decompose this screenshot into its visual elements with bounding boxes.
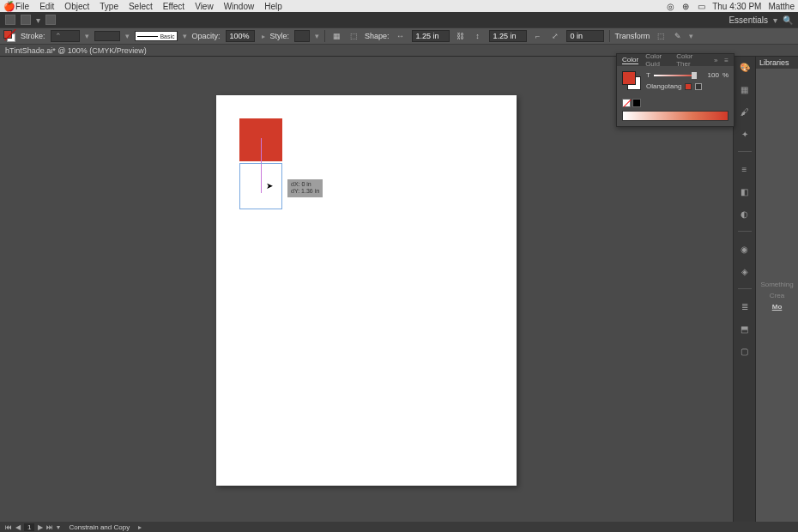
tint-value-field[interactable]: 100 — [700, 71, 719, 79]
transform-label[interactable]: Transform — [615, 32, 650, 40]
swatches-panel-icon[interactable]: ▦ — [738, 82, 752, 96]
first-artboard-button[interactable]: ⏮ — [5, 523, 12, 531]
libraries-tab[interactable]: Libraries — [756, 57, 798, 69]
tint-slider[interactable] — [654, 75, 697, 76]
workspace-label[interactable]: Essentials — [728, 15, 768, 25]
libraries-msg-1: Something — [760, 281, 793, 288]
workspace-dropdown-icon[interactable]: ▾ — [773, 15, 777, 25]
appearance-panel-icon[interactable]: ◉ — [738, 242, 752, 256]
app-home-icon[interactable] — [5, 15, 15, 25]
opacity-field[interactable]: 100% — [226, 30, 255, 42]
menu-effect[interactable]: Effect — [163, 2, 184, 11]
menu-object[interactable]: Object — [64, 2, 89, 11]
none-swatch[interactable] — [622, 99, 631, 107]
smart-guide-tooltip: dX: 0 in dY: 1.36 in — [287, 179, 323, 197]
stroke-label: Stroke: — [21, 32, 45, 40]
panel-collapse-icon[interactable]: » — [714, 57, 717, 64]
menu-type[interactable]: Type — [100, 2, 118, 11]
shape-label: Shape: — [365, 32, 390, 40]
global-swatch-icon — [685, 83, 692, 90]
color-themes-tab[interactable]: Color Ther — [676, 52, 700, 68]
artboards-panel-icon[interactable]: ▢ — [738, 344, 752, 358]
libraries-more-link[interactable]: Mo — [772, 303, 783, 311]
color-swatch-name: Olangotang — [646, 82, 681, 90]
tint-label: T — [646, 71, 650, 79]
variable-width-profile[interactable] — [94, 31, 120, 41]
arrange-dropdown[interactable]: ▾ — [36, 15, 40, 25]
color-fill-stroke-proxy[interactable] — [622, 71, 641, 90]
stroke-weight-field[interactable]: ⌃ — [51, 30, 80, 42]
color-panel: Color Color Guid Color Ther » ≡ T 100 % … — [616, 53, 735, 127]
search-icon[interactable]: 🔍 — [783, 15, 793, 25]
vw-dropdown[interactable]: ▾ — [125, 32, 130, 40]
panel-dock: 🎨 ▦ 🖌 ✦ ≡ ◧ ◐ ◉ ◈ ≣ ⬒ ▢ — [733, 57, 755, 522]
color-panel-icon[interactable]: 🎨 — [738, 60, 752, 74]
libraries-msg-2: Crea — [770, 292, 784, 299]
shape-width-field[interactable]: 1.25 in — [412, 30, 450, 42]
align-icon[interactable]: ▦ — [330, 30, 342, 42]
bridge-icon[interactable] — [45, 15, 56, 25]
document-tab[interactable]: hTintShade.ai* @ 100% (CMYK/Preview) — [5, 46, 147, 55]
artboard-number-field[interactable]: 1 — [24, 523, 34, 531]
color-tab[interactable]: Color — [622, 56, 638, 64]
brushes-panel-icon[interactable]: 🖌 — [738, 105, 752, 118]
status-hint: Constrain and Copy — [69, 523, 130, 531]
apple-logo-icon[interactable]: 🍎 — [3, 1, 15, 12]
prev-artboard-button[interactable]: ◀ — [15, 523, 21, 531]
control-bar: Stroke: ⌃ ▾ ▾ Basic ▾ Opacity: 100% Styl… — [0, 27, 798, 45]
corner-link-icon[interactable]: ⤢ — [549, 30, 561, 42]
isolate-icon[interactable]: ⬚ — [655, 30, 667, 42]
wifi-icon[interactable]: ⊕ — [681, 2, 690, 10]
arrange-docs-icon[interactable] — [21, 15, 31, 25]
menu-select[interactable]: Select — [129, 2, 153, 11]
height-icon: ↕ — [472, 30, 484, 42]
battery-icon[interactable]: ▭ — [697, 2, 705, 10]
transparency-panel-icon[interactable]: ◐ — [738, 207, 752, 221]
smart-guide-dx: dX: 0 in — [291, 181, 319, 188]
mac-menubar: 🍎 File Edit Object Type Select Effect Vi… — [0, 0, 798, 12]
menu-file[interactable]: File — [15, 2, 29, 11]
artboard-nav-dropdown[interactable]: ▾ — [57, 523, 60, 531]
recolor-icon[interactable]: ⬚ — [348, 30, 360, 42]
corner-radius-field[interactable]: 0 in — [566, 30, 604, 42]
stroke-panel-icon[interactable]: ≡ — [738, 162, 752, 176]
smart-guide-dy: dY: 1.36 in — [291, 188, 319, 195]
menu-help[interactable]: Help — [264, 2, 282, 11]
status-bar: ⏮ ◀ 1 ▶ ⏭ ▾ Constrain and Copy ▸ — [0, 522, 798, 532]
clock[interactable]: Thu 4:30 PM — [712, 2, 761, 11]
gradient-panel-icon[interactable]: ◧ — [738, 184, 752, 198]
tint-percent-label: % — [722, 71, 728, 79]
style-dropdown[interactable]: ▾ — [315, 32, 319, 40]
artboard[interactable]: ➤ dX: 0 in dY: 1.36 in — [216, 95, 517, 486]
color-guide-tab[interactable]: Color Guid — [645, 52, 669, 68]
layers-panel-icon[interactable]: ≣ — [738, 299, 752, 313]
sync-icon[interactable]: ◎ — [666, 2, 674, 10]
panel-menu-icon[interactable]: ≡ — [724, 57, 728, 64]
brush-dropdown[interactable]: ▾ — [183, 32, 187, 40]
last-artboard-button[interactable]: ⏭ — [46, 523, 53, 531]
fill-stroke-swatch[interactable] — [3, 30, 15, 42]
asset-export-panel-icon[interactable]: ⬒ — [738, 322, 752, 336]
corner-type-icon[interactable]: ⌐ — [532, 30, 544, 42]
app-toolbar: ▾ Essentials ▾ 🔍 — [0, 12, 798, 27]
next-artboard-button[interactable]: ▶ — [38, 523, 43, 531]
menu-window[interactable]: Window — [224, 2, 255, 11]
stroke-dropdown[interactable]: ▾ — [85, 32, 89, 40]
transform-dropdown[interactable]: ▾ — [689, 32, 693, 40]
style-label: Style: — [270, 32, 290, 40]
menu-view[interactable]: View — [195, 2, 214, 11]
brush-definition[interactable]: Basic — [135, 31, 178, 41]
status-more[interactable]: ▸ — [138, 523, 142, 531]
spot-color-icon — [695, 83, 702, 90]
tint-ramp[interactable] — [622, 111, 728, 121]
graphic-styles-panel-icon[interactable]: ◈ — [738, 264, 752, 278]
symbols-panel-icon[interactable]: ✦ — [738, 127, 752, 141]
black-swatch[interactable] — [632, 99, 641, 107]
style-field[interactable] — [294, 30, 310, 42]
user-name[interactable]: Matthe — [768, 2, 795, 11]
shape-height-field[interactable]: 1.25 in — [489, 30, 527, 42]
edit-similar-icon[interactable]: ✎ — [672, 30, 684, 42]
link-wh-icon[interactable]: ⛓ — [455, 30, 467, 42]
menu-edit[interactable]: Edit — [39, 2, 54, 11]
opacity-more[interactable] — [260, 32, 265, 40]
